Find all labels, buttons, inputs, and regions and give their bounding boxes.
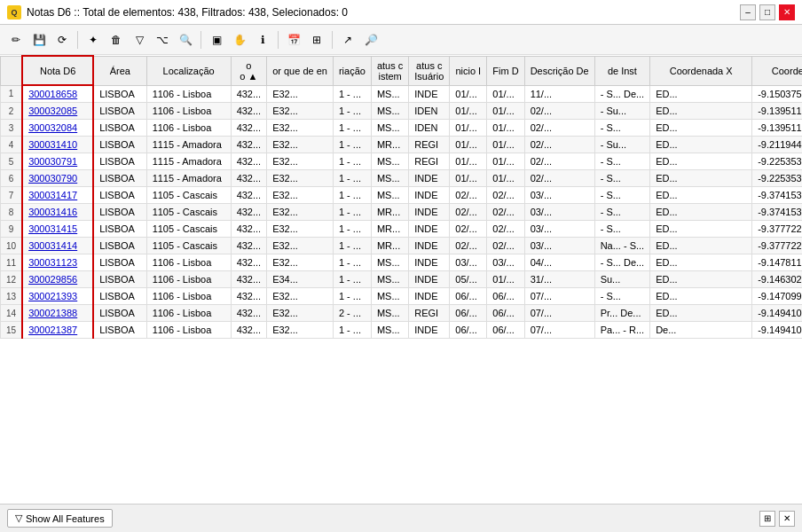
atus-s-cell: 01/...	[450, 137, 487, 153]
table-row[interactable]: 5300030791LISBOA1115 - Amadora432...E32.…	[1, 153, 803, 170]
select-all-button[interactable]: ▣	[206, 29, 227, 51]
col-header-or-que[interactable]: or que de en	[267, 56, 334, 85]
table-row[interactable]: 6300030790LISBOA1115 - Amadora432...E32.…	[1, 170, 803, 187]
col5-cell: 432...	[231, 153, 267, 170]
status-icon-2[interactable]: ✕	[779, 511, 795, 527]
save-button[interactable]: 💾	[28, 29, 50, 51]
edit-pencil-button[interactable]: ✏	[5, 29, 27, 51]
col-header-atus-u[interactable]: atus cIsuário	[409, 56, 450, 85]
nota-d6-cell[interactable]: 300031415	[22, 221, 93, 238]
table-button[interactable]: ⊞	[306, 29, 327, 51]
table-row[interactable]: 14300021388LISBOA1106 - Lisboa432...E32.…	[1, 305, 803, 322]
criacao-cell: 1 - ...	[333, 288, 371, 305]
data-table-container[interactable]: Nota D6 Área Localização oo ▲ or que de …	[0, 55, 802, 504]
new-feature-button[interactable]: ✦	[83, 29, 104, 51]
nota-d6-cell[interactable]: 300030790	[22, 170, 93, 187]
nota-d6-cell[interactable]: 300021387	[22, 322, 93, 339]
inicio-cell: 02/...	[487, 187, 524, 204]
col-header-area[interactable]: Área	[93, 56, 146, 85]
col-header-atus-s[interactable]: atus cistem	[371, 56, 408, 85]
table-row[interactable]: 2300032085LISBOA1106 - Lisboa432...E32..…	[1, 103, 803, 120]
col-header-coord-x[interactable]: Coordenada X	[650, 56, 752, 85]
area-cell: LISBOA	[93, 288, 146, 305]
col6-cell: E32...	[267, 153, 334, 170]
title-bar-left: Q Notas D6 :: Total de elementos: 438, F…	[7, 5, 348, 20]
col-header-descricao[interactable]: Descrição De	[524, 56, 594, 85]
info-button[interactable]: ℹ	[252, 29, 273, 51]
separator-4	[332, 31, 333, 49]
maximize-button[interactable]: □	[759, 4, 775, 20]
pan-button[interactable]: ✋	[229, 29, 250, 51]
de-inst-cell: ED...	[650, 85, 752, 103]
row-number: 14	[1, 305, 23, 322]
atus-s-cell: 01/...	[450, 85, 487, 103]
table-row[interactable]: 13300021393LISBOA1106 - Lisboa432...E32.…	[1, 288, 803, 305]
nota-d6-cell[interactable]: 300031417	[22, 187, 93, 204]
col-header-localizacao[interactable]: Localização	[146, 56, 231, 85]
search-button[interactable]: 🔎	[360, 29, 381, 51]
row-number: 4	[1, 137, 23, 153]
table-row[interactable]: 12300029856LISBOA1106 - Lisboa432...E34.…	[1, 271, 803, 288]
atus-u-cell: REGI	[409, 153, 450, 170]
col-header-de-inst[interactable]: de Inst	[594, 56, 650, 85]
table-row[interactable]: 4300031410LISBOA1115 - Amadora432...E32.…	[1, 137, 803, 153]
minimize-button[interactable]: –	[740, 4, 756, 20]
atus-c-cell: MR...	[371, 204, 408, 221]
nota-d6-cell[interactable]: 300018658	[22, 85, 93, 103]
table-row[interactable]: 3300032084LISBOA1106 - Lisboa432...E32..…	[1, 120, 803, 137]
table-row[interactable]: 10300031414LISBOA1105 - Cascais432...E32…	[1, 238, 803, 254]
localizacao-cell: 1105 - Cascais	[146, 221, 231, 238]
table-row[interactable]: 7300031417LISBOA1105 - Cascais432...E32.…	[1, 187, 803, 204]
calendar-button[interactable]: 📅	[283, 29, 304, 51]
atus-c-cell: MS...	[371, 103, 408, 120]
filter-alt-button[interactable]: ⌥	[152, 29, 173, 51]
col6-cell: E32...	[267, 221, 334, 238]
col5-cell: 432...	[231, 120, 267, 137]
nota-d6-cell[interactable]: 300031123	[22, 254, 93, 271]
export-button[interactable]: ↗	[337, 29, 358, 51]
col-header-coord-y[interactable]: Coordenada Y	[752, 56, 802, 85]
coord-x-cell: -9.37772201245	[752, 238, 802, 254]
col-header-criacao[interactable]: riação	[333, 56, 371, 85]
row-number: 2	[1, 103, 23, 120]
filter-button[interactable]: ▽	[129, 29, 150, 51]
col-header-fim[interactable]: Fim D	[487, 56, 524, 85]
table-row[interactable]: 15300021387LISBOA1106 - Lisboa432...E32.…	[1, 322, 803, 339]
nota-d6-cell[interactable]: 300032084	[22, 120, 93, 137]
nota-d6-cell[interactable]: 300029856	[22, 271, 93, 288]
table-row[interactable]: 9300031415LISBOA1105 - Cascais432...E32.…	[1, 221, 803, 238]
col-header-nota-d6[interactable]: Nota D6	[22, 56, 93, 85]
fim-cell: 02/...	[524, 153, 594, 170]
delete-button[interactable]: 🗑	[106, 29, 127, 51]
area-cell: LISBOA	[93, 305, 146, 322]
nota-d6-cell[interactable]: 300031410	[22, 137, 93, 153]
fim-cell: 11/...	[524, 85, 594, 103]
criacao-cell: 1 - ...	[333, 137, 371, 153]
nota-d6-cell[interactable]: 300032085	[22, 103, 93, 120]
coord-x-cell: -9.14709909318	[752, 288, 802, 305]
localizacao-cell: 1105 - Cascais	[146, 187, 231, 204]
atus-s-cell: 01/...	[450, 120, 487, 137]
table-header-row: Nota D6 Área Localização oo ▲ or que de …	[1, 56, 803, 85]
area-cell: LISBOA	[93, 85, 146, 103]
col-header-inicio[interactable]: nicio I	[450, 56, 487, 85]
col-header-o[interactable]: oo ▲	[231, 56, 267, 85]
fim-cell: 02/...	[524, 103, 594, 120]
col6-cell: E32...	[267, 187, 334, 204]
show-all-features-button[interactable]: ▽ Show All Features	[7, 509, 113, 528]
table-row[interactable]: 1300018658LISBOA1106 - Lisboa432...E32..…	[1, 85, 803, 103]
status-icon-1[interactable]: ⊞	[759, 511, 775, 527]
nota-d6-cell[interactable]: 300031414	[22, 238, 93, 254]
desc-note-cell: - S...	[594, 288, 650, 305]
nota-d6-cell[interactable]: 300021393	[22, 288, 93, 305]
nota-d6-cell[interactable]: 300030791	[22, 153, 93, 170]
zoom-button[interactable]: 🔍	[175, 29, 196, 51]
nota-d6-cell[interactable]: 300031416	[22, 204, 93, 221]
localizacao-cell: 1106 - Lisboa	[146, 271, 231, 288]
refresh-button[interactable]: ⟳	[51, 29, 73, 51]
table-row[interactable]: 11300031123LISBOA1106 - Lisboa432...E32.…	[1, 254, 803, 271]
close-button[interactable]: ✕	[779, 4, 795, 20]
nota-d6-cell[interactable]: 300021388	[22, 305, 93, 322]
criacao-cell: 1 - ...	[333, 153, 371, 170]
table-row[interactable]: 8300031416LISBOA1105 - Cascais432...E32.…	[1, 204, 803, 221]
